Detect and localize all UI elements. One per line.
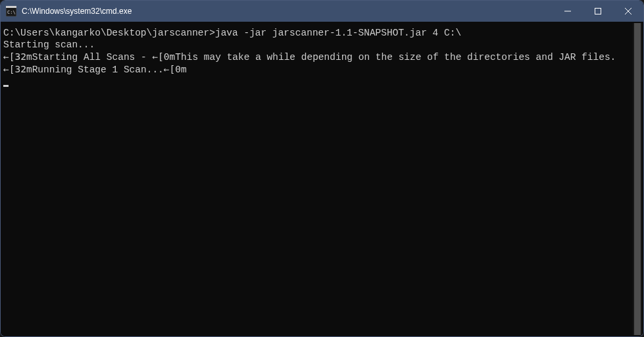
prompt-text: C:\Users\kangarko\Desktop\jarscanner> bbox=[3, 28, 215, 38]
minimize-button[interactable] bbox=[553, 1, 583, 22]
svg-rect-1 bbox=[6, 6, 16, 8]
output-text: Running Stage 1 Scan... bbox=[32, 65, 164, 75]
output-text: Starting All Scans - bbox=[32, 52, 153, 63]
svg-rect-4 bbox=[595, 9, 601, 14]
cmd-window: C:\ C:\Windows\system32\cmd.exe C:\Users… bbox=[0, 0, 644, 337]
scrollbar[interactable] bbox=[633, 23, 642, 335]
ansi-escape: ←[32m bbox=[3, 64, 32, 74]
window-title: C:\Windows\system32\cmd.exe bbox=[22, 7, 553, 16]
scrollbar-thumb[interactable] bbox=[634, 23, 641, 335]
terminal-line: ←[32mStarting All Scans - ←[0mThis may t… bbox=[3, 51, 630, 63]
maximize-button[interactable] bbox=[583, 1, 613, 22]
svg-text:C:\: C:\ bbox=[7, 10, 16, 15]
titlebar[interactable]: C:\ C:\Windows\system32\cmd.exe bbox=[1, 1, 643, 22]
ansi-escape: ←[0m bbox=[164, 64, 187, 74]
terminal-line: ←[32mRunning Stage 1 Scan...←[0m bbox=[3, 63, 630, 76]
ansi-escape: ←[0m bbox=[152, 51, 175, 62]
ansi-escape: ←[32m bbox=[3, 51, 32, 62]
command-text: java -jar jarscanner-1.1-SNAPSHOT.jar 4 … bbox=[215, 28, 461, 38]
terminal-container: C:\Users\kangarko\Desktop\jarscanner>jav… bbox=[1, 22, 643, 336]
close-button[interactable] bbox=[613, 1, 643, 22]
terminal-line: Starting scan... bbox=[3, 39, 630, 51]
terminal-output[interactable]: C:\Users\kangarko\Desktop\jarscanner>jav… bbox=[1, 22, 633, 336]
cmd-icon: C:\ bbox=[6, 6, 16, 16]
terminal-line: C:\Users\kangarko\Desktop\jarscanner>jav… bbox=[3, 27, 630, 39]
cursor bbox=[3, 85, 9, 87]
window-controls bbox=[553, 1, 643, 22]
output-text: This may take a while depending on the s… bbox=[175, 52, 616, 63]
